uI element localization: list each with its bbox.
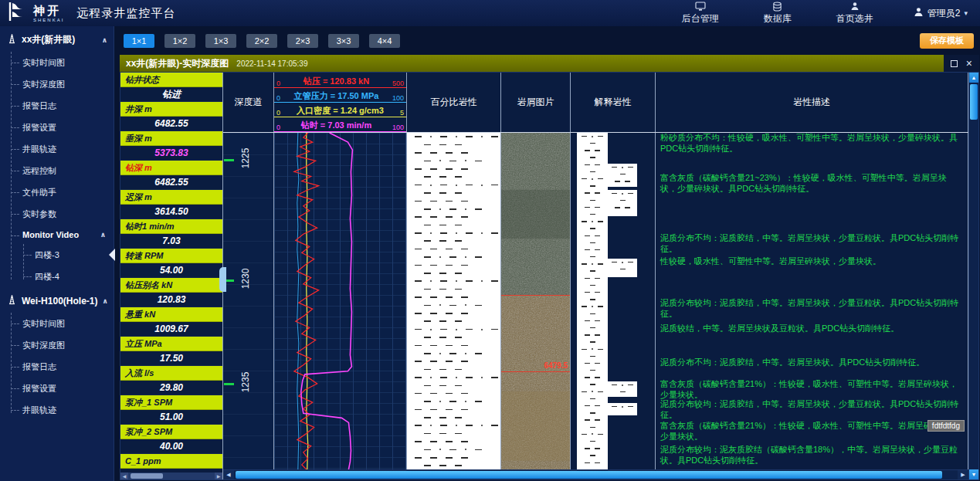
- brand: 神开 SHENKAI: [8, 2, 64, 25]
- param-label: 入流 l/s: [120, 366, 222, 381]
- sidebar-item[interactable]: 实时深度图: [11, 73, 114, 95]
- sidebar: xx井(新井眼)∧实时时间图实时深度图报警日志报警设置井眼轨迹远程控制文件助手实…: [0, 26, 114, 481]
- param-value: 1009.67: [120, 322, 222, 337]
- layout-button-1x3[interactable]: 1×3: [205, 34, 236, 48]
- lithology-symbol-row: [608, 190, 637, 197]
- lithology-symbol-row: [407, 405, 500, 413]
- scroll-thumb[interactable]: [236, 471, 942, 479]
- sidebar-item[interactable]: 文件助手: [11, 181, 114, 203]
- lithology-symbol-row: [407, 390, 500, 398]
- well-node[interactable]: xx井(新井眼)∧: [0, 26, 114, 52]
- lithology-symbol-row: [407, 438, 500, 445]
- sidebar-group-monitor-video[interactable]: Monitor Video∧: [11, 225, 114, 244]
- lithology-symbol-row: [608, 259, 637, 266]
- lithology-symbol-row: [577, 239, 608, 246]
- top-nav: 后台管理数据库首页选井: [682, 2, 873, 25]
- lithology-symbol-row: [577, 268, 608, 275]
- lithology-symbol-row: [407, 325, 500, 333]
- lithology-description: 粉砂质分布不均：性较硬，吸水性、可塑性中等。岩屑呈块状，少量碎块状。具PDC钻头…: [660, 133, 961, 154]
- lithology-symbol-row: [407, 221, 500, 229]
- panel-title: xx井(新井眼)-实时深度图: [126, 57, 229, 70]
- lithology-symbol-row: [577, 431, 608, 438]
- sidebar-item[interactable]: 实时时间图: [11, 52, 114, 73]
- sidebar-item[interactable]: 实时参数: [11, 203, 114, 225]
- horizontal-scrollbar[interactable]: ◀ ▶: [223, 469, 968, 479]
- panel-timestamp: 2022-11-14 17:05:39: [236, 59, 307, 68]
- nav-item-database[interactable]: 数据库: [764, 2, 792, 25]
- scroll-left-icon[interactable]: ◀: [120, 473, 128, 479]
- depth-tick-mark: [224, 383, 234, 385]
- lithology-symbol-row: [577, 452, 608, 459]
- lithology-symbol-row: [608, 204, 637, 211]
- lithology-symbol-row: [407, 165, 500, 173]
- layout-button-1x1[interactable]: 1×1: [124, 34, 154, 48]
- depth-track: 122512301235: [223, 133, 274, 469]
- lithology-symbol-row: [407, 310, 500, 317]
- lithology-symbol-row: [407, 197, 500, 205]
- column-header-percent-lithology: 百分比岩性: [407, 73, 501, 132]
- scroll-thumb[interactable]: [131, 473, 163, 479]
- lithology-symbol-row: [407, 157, 500, 164]
- layout-button-3x3[interactable]: 3×3: [328, 34, 359, 48]
- param-value: 40.00: [120, 439, 222, 454]
- scroll-up-icon[interactable]: ▲: [969, 73, 978, 83]
- cuttings-photo-upper: [501, 133, 570, 296]
- sidebar-item[interactable]: 井眼轨迹: [11, 399, 114, 421]
- nav-item-well-select[interactable]: 首页选井: [836, 2, 873, 25]
- well-node[interactable]: Wei-H100(Hole-1)∧: [0, 287, 114, 313]
- param-value: 29.80: [120, 381, 222, 395]
- lithology-symbol-row: [407, 149, 500, 157]
- vertical-scrollbar[interactable]: ▲ ▼: [968, 73, 978, 479]
- sidebar-item[interactable]: 实时深度图: [11, 334, 114, 356]
- nav-item-backend-manage[interactable]: 后台管理: [682, 2, 719, 25]
- lithology-description: 富含灰质（碳酸钙含量21%）：性较硬，吸水性、可塑性中等。岩屑呈碎块状，少量块状…: [660, 379, 961, 400]
- layout-button-2x2[interactable]: 2×2: [246, 34, 277, 48]
- sidebar-item[interactable]: 四楼-3: [23, 244, 114, 266]
- scroll-left-icon[interactable]: ◀: [223, 470, 234, 479]
- depth-log-chart: 深度道 0钻压 = 120.83 kN5000立管压力 = 17.50 MPa1…: [222, 73, 968, 479]
- param-value: 120.83: [120, 293, 222, 307]
- panel-body: 钻井状态钻进井深 m6482.55垂深 m5373.83钻深 m6482.55迟…: [120, 72, 979, 480]
- parameter-scrollbar[interactable]: ◀ ▶: [120, 473, 222, 479]
- scroll-right-icon[interactable]: ▶: [958, 470, 968, 479]
- lithology-description: 泥质分布较均：泥质胶结，中等。岩屑呈块状，少量豆粒状。具PDC钻头切削特征。: [660, 399, 961, 420]
- lithology-symbol-row: [407, 445, 500, 453]
- lithology-symbol-row: [577, 154, 608, 161]
- save-template-button[interactable]: 保存模板: [920, 33, 974, 49]
- maximize-icon[interactable]: [951, 60, 958, 67]
- column-header-cuttings-photo: 岩屑图片: [501, 73, 571, 132]
- brand-text: 神开 SHENKAI: [33, 5, 64, 22]
- layout-button-1x2[interactable]: 1×2: [164, 34, 195, 48]
- user-menu[interactable]: 管理员2 ▾: [914, 6, 968, 20]
- lithology-symbol-row: [577, 438, 608, 445]
- sidebar-item[interactable]: 报警日志: [11, 356, 114, 378]
- sidebar-item[interactable]: 报警设置: [11, 117, 114, 138]
- sidebar-item[interactable]: 报警日志: [11, 95, 114, 117]
- parameter-collapse-handle[interactable]: [219, 267, 226, 292]
- close-icon[interactable]: ×: [966, 58, 972, 69]
- param-label: 垂深 m: [120, 131, 222, 146]
- sidebar-item[interactable]: 远程控制: [11, 160, 114, 181]
- lithology-symbol-row: [407, 133, 500, 141]
- layout-button-2x3[interactable]: 2×3: [287, 34, 318, 48]
- lithology-symbol-row: [407, 357, 500, 365]
- sidebar-item[interactable]: 实时时间图: [11, 313, 114, 334]
- lithology-symbol-row: [407, 317, 500, 325]
- lithology-symbol-row: [577, 175, 608, 182]
- scroll-right-icon[interactable]: ▶: [215, 473, 222, 479]
- scroll-thumb[interactable]: [970, 84, 978, 120]
- lithology-symbol-row: [407, 173, 500, 181]
- sidebar-item[interactable]: 报警设置: [11, 378, 114, 399]
- lithology-symbol-row: [407, 381, 500, 389]
- sidebar-item[interactable]: 井眼轨迹: [11, 138, 114, 160]
- lithology-symbol-row: [577, 409, 608, 416]
- user-name: 管理员2: [927, 7, 961, 20]
- lithology-description: 泥质分布较均：泥灰质胶结（碳酸钙含量18%），中等。岩屑呈块状，少量豆粒状。具P…: [660, 445, 961, 466]
- lithology-interbed-box: [608, 403, 637, 415]
- scroll-down-icon[interactable]: ▼: [969, 469, 978, 479]
- lithology-symbol-row: [577, 161, 608, 168]
- sidebar-collapse-arrow[interactable]: [109, 249, 115, 261]
- layout-button-4x4[interactable]: 4×4: [369, 34, 400, 48]
- layout-toolbar: 1×11×21×32×22×33×34×4 保存模板: [114, 26, 980, 55]
- sidebar-item[interactable]: 四楼-4: [23, 266, 114, 287]
